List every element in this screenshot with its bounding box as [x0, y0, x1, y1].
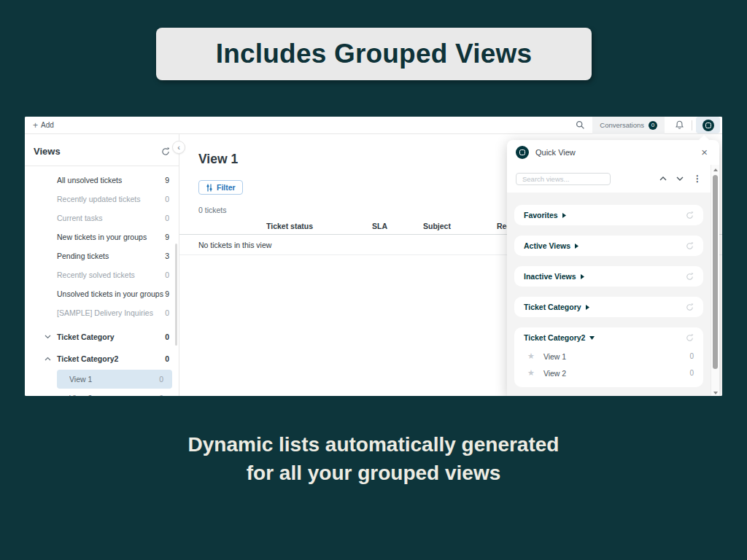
refresh-icon[interactable]	[686, 211, 694, 219]
sidebar-view-item[interactable]: [SAMPLE] Delivery Inquiries0	[25, 303, 179, 322]
quick-view-section-card: Ticket Category	[514, 297, 703, 317]
subview-label: View 2	[69, 394, 159, 396]
subview-label: View 1	[69, 375, 159, 384]
view-item-count: 9	[165, 289, 169, 298]
item-count: 0	[689, 369, 694, 377]
page-title: Includes Grouped Views	[216, 39, 532, 69]
view-item-label: Recently updated tickets	[57, 195, 165, 203]
column-header: Subject	[423, 222, 451, 230]
section-label: Favorites	[524, 211, 558, 219]
view-item-count: 9	[165, 176, 169, 184]
caption: Dynamic lists automatically generated fo…	[0, 430, 747, 487]
quick-view-header: Quick View ×	[507, 140, 719, 165]
sidebar-view-item[interactable]: Recently solved tickets0	[25, 265, 179, 284]
caret-right-icon	[562, 213, 566, 218]
add-button[interactable]: + Add	[33, 121, 54, 129]
views-panel-title: Views	[34, 146, 61, 157]
section-header-row[interactable]: Ticket Category2	[524, 327, 694, 348]
section-label: Active Views	[524, 241, 570, 250]
view-item-count: 0	[165, 195, 169, 203]
subview-count: 0	[159, 394, 163, 396]
quick-view-icon	[516, 146, 529, 159]
refresh-icon[interactable]	[686, 273, 694, 281]
view-item-label: All unsolved tickets	[57, 176, 165, 184]
view-item-count: 3	[165, 252, 169, 260]
view-item-label: Recently solved tickets	[57, 271, 165, 279]
close-icon[interactable]: ×	[701, 147, 708, 158]
scroll-up-arrow[interactable]	[713, 168, 718, 171]
filter-button[interactable]: Filter	[198, 180, 243, 195]
refresh-icon[interactable]	[686, 303, 694, 311]
views-sidebar: Views All unsolved tickets9Recently upda…	[25, 134, 179, 396]
quick-view-section-card: Favorites	[514, 205, 703, 225]
sidebar-view-item[interactable]: Pending tickets3	[25, 246, 179, 265]
add-button-label: Add	[41, 121, 54, 129]
item-label: View 1	[543, 352, 690, 361]
section-header-row[interactable]: Ticket Category	[524, 297, 694, 317]
sidebar-view-item[interactable]: Unsolved tickets in your groups9	[25, 284, 179, 303]
view-item-label: Unsolved tickets in your groups	[57, 289, 165, 298]
conversations-tab[interactable]: Conversations 0	[592, 117, 665, 134]
view-item-label: Pending tickets	[57, 252, 165, 260]
quick-view-launcher-button[interactable]	[696, 117, 720, 133]
sidebar-view-item[interactable]: All unsolved tickets9	[25, 171, 179, 190]
search-views-input[interactable]	[516, 173, 611, 185]
notifications-bell-icon[interactable]	[675, 120, 684, 130]
section-label: Ticket Category2	[524, 333, 585, 342]
sidebar-view-item[interactable]: Current tasks0	[25, 209, 179, 228]
view-item-label: New tickets in your groups	[57, 233, 165, 241]
top-navigation-bar: + Add Conversations 0	[25, 117, 722, 134]
item-count: 0	[689, 352, 694, 360]
star-icon: ★	[527, 351, 535, 361]
view-item-count: 0	[165, 308, 169, 317]
caption-line-1: Dynamic lists automatically generated	[0, 430, 747, 459]
sidebar-subview-item[interactable]: View 20	[57, 389, 172, 396]
section-label: Inactive Views	[524, 272, 576, 281]
view-item-count: 0	[165, 271, 169, 279]
caret-right-icon	[581, 274, 584, 279]
quick-view-list-item[interactable]: ★View 10	[524, 348, 694, 365]
chevron-down-icon	[44, 335, 55, 339]
sidebar-collapse-button[interactable]: ‹	[172, 141, 185, 154]
item-label: View 2	[543, 369, 690, 378]
chevron-up-icon	[44, 357, 55, 361]
caret-down-icon	[589, 336, 595, 340]
scrollbar-thumb[interactable]	[713, 175, 718, 369]
search-icon[interactable]	[576, 120, 585, 130]
quick-view-section-card: Inactive Views	[514, 266, 703, 287]
refresh-icon[interactable]	[686, 334, 694, 342]
star-icon: ★	[527, 368, 535, 378]
sidebar-subview-item[interactable]: View 10	[57, 370, 172, 389]
empty-state-message: No tickets in this view	[179, 241, 271, 249]
view-item-count: 0	[165, 214, 169, 222]
panel-scrollbar[interactable]	[711, 165, 719, 396]
page-background: Includes Grouped Views + Add Conversatio…	[0, 0, 747, 560]
sidebar-view-item[interactable]: Recently updated tickets0	[25, 190, 179, 209]
filter-button-label: Filter	[217, 183, 236, 192]
refresh-icon[interactable]	[161, 146, 170, 156]
quick-view-section-card: Active Views	[514, 236, 703, 256]
chevron-down-icon[interactable]	[676, 176, 684, 181]
sidebar-view-item[interactable]: New tickets in your groups9	[25, 228, 179, 246]
section-label: Ticket Category	[524, 303, 581, 311]
view-item-label: [SAMPLE] Delivery Inquiries	[57, 308, 165, 317]
sidebar-scrollbar-thumb[interactable]	[175, 244, 177, 346]
caret-right-icon	[575, 244, 578, 249]
sidebar-group-item[interactable]: Ticket Category20	[25, 348, 179, 370]
group-label: Ticket Category2	[55, 354, 165, 363]
quick-view-sections: FavoritesActive ViewsInactive ViewsTicke…	[507, 192, 711, 396]
section-header-row[interactable]: Inactive Views	[524, 266, 694, 287]
sidebar-group-item[interactable]: Ticket Category0	[25, 326, 179, 348]
kebab-menu-icon[interactable]: ⋮	[693, 174, 702, 184]
section-header-row[interactable]: Active Views	[524, 236, 694, 256]
quick-view-toolbar: ⋮	[507, 165, 719, 192]
topbar-divider	[692, 120, 692, 131]
section-header-row[interactable]: Favorites	[524, 205, 694, 225]
title-card: Includes Grouped Views	[156, 28, 592, 80]
quick-view-list-item[interactable]: ★View 20	[524, 365, 694, 381]
quick-view-section-card: Ticket Category2★View 10★View 20	[514, 327, 703, 387]
scroll-down-arrow[interactable]	[713, 392, 718, 394]
chevron-up-icon[interactable]	[659, 176, 667, 181]
refresh-icon[interactable]	[686, 242, 694, 250]
column-header: SLA	[372, 222, 387, 230]
